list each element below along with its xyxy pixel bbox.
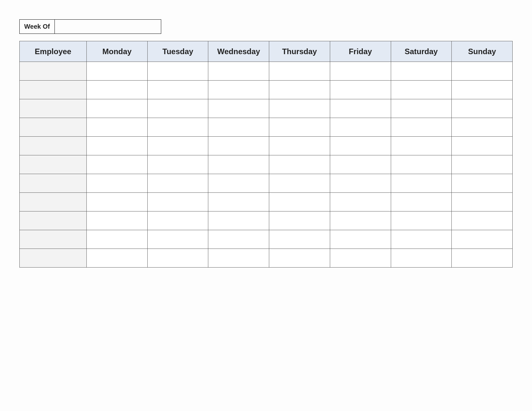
schedule-cell-input[interactable] — [270, 174, 330, 192]
schedule-cell-input[interactable] — [87, 193, 147, 211]
schedule-cell-input[interactable] — [148, 118, 208, 136]
schedule-cell-input[interactable] — [330, 81, 390, 99]
employee-input[interactable] — [20, 230, 86, 248]
schedule-cell-input[interactable] — [391, 156, 451, 173]
schedule-cell-input[interactable] — [87, 212, 147, 230]
schedule-cell-input[interactable] — [452, 156, 512, 173]
employee-input[interactable] — [20, 156, 86, 173]
employee-cell — [20, 193, 87, 211]
schedule-cell-input[interactable] — [330, 249, 390, 267]
schedule-cell-input[interactable] — [330, 118, 390, 136]
schedule-cell-input[interactable] — [87, 156, 147, 173]
schedule-cell-input[interactable] — [452, 230, 512, 248]
table-row — [20, 137, 513, 155]
schedule-cell-input[interactable] — [209, 193, 269, 211]
schedule-cell-input[interactable] — [391, 249, 451, 267]
schedule-cell — [452, 137, 513, 155]
schedule-cell-input[interactable] — [148, 249, 208, 267]
schedule-cell-input[interactable] — [209, 118, 269, 136]
schedule-cell-input[interactable] — [87, 62, 147, 80]
employee-input[interactable] — [20, 249, 86, 267]
schedule-cell-input[interactable] — [270, 137, 330, 155]
schedule-cell-input[interactable] — [452, 100, 512, 117]
schedule-cell-input[interactable] — [270, 81, 330, 99]
schedule-cell-input[interactable] — [270, 62, 330, 80]
schedule-cell-input[interactable] — [391, 81, 451, 99]
schedule-cell-input[interactable] — [452, 193, 512, 211]
table-row — [20, 230, 513, 249]
schedule-cell-input[interactable] — [391, 100, 451, 117]
schedule-cell-input[interactable] — [209, 212, 269, 230]
schedule-cell-input[interactable] — [270, 100, 330, 117]
week-of-input[interactable] — [57, 23, 158, 31]
schedule-cell-input[interactable] — [87, 249, 147, 267]
schedule-cell-input[interactable] — [148, 156, 208, 173]
employee-input[interactable] — [20, 81, 86, 99]
schedule-cell-input[interactable] — [270, 193, 330, 211]
schedule-cell-input[interactable] — [148, 193, 208, 211]
employee-input[interactable] — [20, 193, 86, 211]
schedule-cell-input[interactable] — [209, 156, 269, 173]
schedule-cell-input[interactable] — [452, 137, 512, 155]
schedule-cell-input[interactable] — [270, 212, 330, 230]
schedule-cell — [208, 193, 269, 211]
schedule-cell-input[interactable] — [209, 230, 269, 248]
schedule-cell-input[interactable] — [148, 62, 208, 80]
schedule-cell-input[interactable] — [330, 193, 390, 211]
schedule-cell-input[interactable] — [270, 230, 330, 248]
schedule-cell-input[interactable] — [209, 100, 269, 117]
schedule-cell-input[interactable] — [452, 212, 512, 230]
schedule-cell-input[interactable] — [87, 81, 147, 99]
schedule-cell — [269, 174, 330, 193]
schedule-cell-input[interactable] — [330, 156, 390, 173]
schedule-cell-input[interactable] — [330, 62, 390, 80]
schedule-cell — [330, 211, 391, 230]
schedule-cell-input[interactable] — [209, 137, 269, 155]
schedule-cell-input[interactable] — [270, 156, 330, 173]
schedule-cell-input[interactable] — [452, 62, 512, 80]
employee-input[interactable] — [20, 174, 86, 192]
schedule-cell-input[interactable] — [270, 118, 330, 136]
employee-input[interactable] — [20, 212, 86, 230]
schedule-cell-input[interactable] — [87, 174, 147, 192]
schedule-cell-input[interactable] — [391, 230, 451, 248]
schedule-cell-input[interactable] — [330, 212, 390, 230]
schedule-cell — [330, 99, 391, 118]
schedule-cell-input[interactable] — [209, 174, 269, 192]
schedule-cell-input[interactable] — [148, 212, 208, 230]
employee-input[interactable] — [20, 118, 86, 136]
employee-input[interactable] — [20, 100, 86, 117]
schedule-cell-input[interactable] — [391, 212, 451, 230]
schedule-cell-input[interactable] — [330, 174, 390, 192]
schedule-cell-input[interactable] — [391, 137, 451, 155]
schedule-cell-input[interactable] — [87, 118, 147, 136]
schedule-cell-input[interactable] — [452, 174, 512, 192]
schedule-cell-input[interactable] — [391, 193, 451, 211]
schedule-cell-input[interactable] — [330, 100, 390, 117]
schedule-cell — [87, 155, 148, 174]
schedule-cell-input[interactable] — [391, 174, 451, 192]
schedule-cell-input[interactable] — [148, 100, 208, 117]
schedule-table: Employee Monday Tuesday Wednesday Thursd… — [19, 41, 513, 268]
table-row — [20, 211, 513, 230]
schedule-cell-input[interactable] — [209, 81, 269, 99]
schedule-cell-input[interactable] — [452, 118, 512, 136]
schedule-cell-input[interactable] — [148, 81, 208, 99]
employee-input[interactable] — [20, 62, 86, 80]
schedule-cell-input[interactable] — [391, 118, 451, 136]
schedule-cell-input[interactable] — [148, 137, 208, 155]
schedule-cell-input[interactable] — [87, 230, 147, 248]
schedule-cell-input[interactable] — [270, 249, 330, 267]
schedule-cell-input[interactable] — [452, 81, 512, 99]
employee-input[interactable] — [20, 137, 86, 155]
schedule-cell-input[interactable] — [330, 137, 390, 155]
schedule-cell-input[interactable] — [87, 100, 147, 117]
schedule-cell-input[interactable] — [209, 62, 269, 80]
schedule-cell-input[interactable] — [452, 249, 512, 267]
schedule-cell-input[interactable] — [391, 62, 451, 80]
schedule-cell-input[interactable] — [87, 137, 147, 155]
schedule-cell-input[interactable] — [148, 174, 208, 192]
schedule-cell-input[interactable] — [330, 230, 390, 248]
schedule-cell-input[interactable] — [148, 230, 208, 248]
schedule-cell-input[interactable] — [209, 249, 269, 267]
